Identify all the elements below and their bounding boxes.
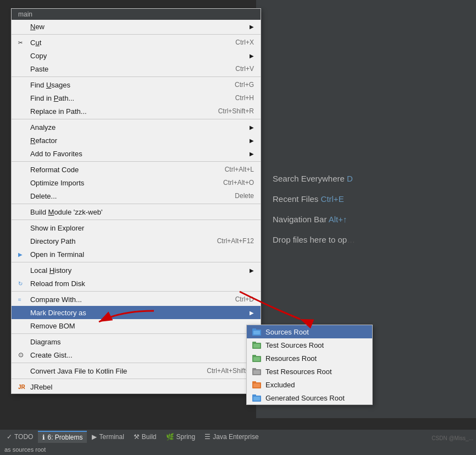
- sources-root-folder-icon: [252, 328, 262, 336]
- menu-item-replace-in-path[interactable]: Replace in Path... Ctrl+Shift+R: [12, 105, 261, 118]
- analyze-label: Analyze: [30, 123, 245, 131]
- find-in-path-label: Find in Path...: [30, 94, 224, 102]
- menu-item-new[interactable]: New ▶: [12, 20, 261, 33]
- diagrams-label: Diagrams: [30, 338, 245, 346]
- create-gist-icon: ⊙: [18, 351, 27, 359]
- submenu-excluded[interactable]: Excluded: [247, 378, 372, 391]
- tab-problems[interactable]: ℹ 6: Problems: [38, 431, 87, 443]
- new-label: New: [30, 23, 245, 31]
- menu-item-add-to-favorites[interactable]: Add to Favorites ▶: [12, 147, 261, 160]
- menu-item-compare-with[interactable]: ≈ Compare With... Ctrl+D: [12, 293, 261, 306]
- separator-1: [12, 34, 261, 35]
- directory-path-label: Directory Path: [30, 237, 206, 245]
- menu-item-diagrams[interactable]: Diagrams ▶: [12, 335, 261, 348]
- tab-todo[interactable]: ✓ TODO: [2, 431, 37, 443]
- menu-item-directory-path[interactable]: Directory Path Ctrl+Alt+F12: [12, 234, 261, 248]
- svg-rect-11: [253, 370, 260, 374]
- menu-item-delete[interactable]: Delete... Delete: [12, 189, 261, 202]
- analyze-arrow: ▶: [250, 124, 254, 130]
- create-gist-label: Create Gist...: [30, 351, 254, 359]
- menu-item-reformat-code[interactable]: Reformat Code Ctrl+Alt+L: [12, 163, 261, 176]
- bottom-tabs-row: ✓ TODO ℹ 6: Problems ▶ Terminal ⚒ Build …: [0, 430, 476, 444]
- replace-in-path-label: Replace in Path...: [30, 107, 207, 116]
- find-in-path-shortcut: Ctrl+H: [235, 94, 254, 102]
- remove-bom-label: Remove BOM: [30, 322, 254, 330]
- menu-item-build-module[interactable]: Build Module 'zzk-web': [12, 205, 261, 218]
- search-everywhere-shortcut: D: [347, 174, 353, 183]
- submenu-generated-sources-root[interactable]: Generated Sources Root: [247, 391, 372, 404]
- navigation-bar-shortcut: Alt+↑: [329, 215, 347, 224]
- add-favorites-label: Add to Favorites: [30, 150, 245, 158]
- tab-java-enterprise[interactable]: ☰ Java Enterprise: [200, 431, 263, 443]
- menu-item-copy[interactable]: Copy ▶: [12, 49, 261, 62]
- menu-item-show-explorer[interactable]: Show in Explorer: [12, 221, 261, 234]
- svg-rect-8: [253, 357, 260, 361]
- tab-terminal[interactable]: ▶ Terminal: [87, 431, 128, 443]
- status-text: as sources root: [4, 446, 46, 453]
- generated-sources-root-label: Generated Sources Root: [265, 394, 345, 402]
- generated-sources-root-folder-icon: [252, 394, 262, 402]
- build-label: Build: [142, 433, 157, 441]
- submenu-sources-root[interactable]: Sources Root: [247, 325, 372, 338]
- svg-rect-4: [252, 342, 256, 343]
- reformat-shortcut: Ctrl+Alt+L: [225, 166, 254, 173]
- menu-item-mark-directory[interactable]: Mark Directory as ▶: [12, 306, 261, 319]
- menu-item-reload[interactable]: ↻ Reload from Disk: [12, 277, 261, 290]
- recent-files-hint: Recent Files Ctrl+E: [273, 194, 460, 204]
- excluded-folder-icon: [252, 381, 262, 388]
- navigation-bar-hint: Navigation Bar Alt+↑: [273, 215, 460, 224]
- menu-item-analyze[interactable]: Analyze ▶: [12, 120, 261, 134]
- menu-item-create-gist[interactable]: ⊙ Create Gist...: [12, 348, 261, 361]
- menu-item-find-in-path[interactable]: Find in Path... Ctrl+H: [12, 91, 261, 105]
- separator-4: [12, 161, 261, 162]
- todo-label: TODO: [14, 433, 33, 441]
- convert-kotlin-label: Convert Java File to Kotlin File: [30, 367, 196, 375]
- java-enterprise-icon: ☰: [204, 433, 211, 441]
- submenu-test-resources-root[interactable]: Test Resources Root: [247, 365, 372, 378]
- separator-8: [12, 291, 261, 292]
- svg-rect-10: [252, 368, 256, 370]
- mark-directory-arrow: ▶: [250, 310, 254, 316]
- menu-item-paste[interactable]: Paste Ctrl+V: [12, 62, 261, 75]
- mark-directory-label: Mark Directory as: [30, 309, 245, 317]
- optimize-label: Optimize Imports: [30, 179, 212, 187]
- menu-item-find-usages[interactable]: Find Usages Ctrl+G: [12, 78, 261, 91]
- compare-icon: ≈: [18, 297, 27, 303]
- copy-label: Copy: [30, 52, 245, 60]
- separator-6: [12, 220, 261, 220]
- cut-shortcut: Ctrl+X: [235, 39, 254, 46]
- menu-item-optimize-imports[interactable]: Optimize Imports Ctrl+Alt+O: [12, 176, 261, 189]
- svg-rect-16: [252, 394, 256, 396]
- menu-item-refactor[interactable]: Refactor ▶: [12, 134, 261, 147]
- menu-item-local-history[interactable]: Local History ▶: [12, 264, 261, 277]
- terminal-icon: ▶: [92, 433, 97, 441]
- jrebel-label: JRebel: [30, 383, 245, 391]
- find-usages-shortcut: Ctrl+G: [235, 81, 254, 89]
- svg-rect-1: [252, 328, 256, 330]
- submenu-test-sources-root[interactable]: Test Sources Root: [247, 338, 372, 352]
- submenu-resources-root[interactable]: Resources Root: [247, 352, 372, 365]
- menu-item-jrebel[interactable]: JR JRebel ▶: [12, 380, 261, 393]
- copy-arrow: ▶: [250, 53, 254, 59]
- separator-11: [12, 379, 261, 379]
- recent-files-shortcut: Ctrl+E: [321, 194, 344, 204]
- build-module-label: Build Module 'zzk-web': [30, 208, 254, 216]
- reformat-label: Reformat Code: [30, 166, 214, 174]
- watermark-text: CSDN @Miss_...: [431, 435, 473, 441]
- svg-rect-13: [252, 381, 256, 383]
- menu-item-open-terminal[interactable]: ▶ Open in Terminal: [12, 248, 261, 261]
- menu-item-remove-bom[interactable]: Remove BOM: [12, 319, 261, 332]
- compare-label: Compare With...: [30, 295, 224, 304]
- refactor-label: Refactor: [30, 136, 245, 145]
- tab-spring[interactable]: 🌿 Spring: [162, 431, 200, 443]
- directory-path-shortcut: Ctrl+Alt+F12: [217, 237, 254, 245]
- spring-icon: 🌿: [166, 433, 174, 441]
- svg-rect-17: [253, 397, 260, 401]
- tab-build[interactable]: ⚒ Build: [129, 431, 161, 443]
- todo-icon: ✓: [7, 433, 12, 441]
- test-sources-root-label: Test Sources Root: [265, 341, 324, 349]
- resources-root-label: Resources Root: [265, 354, 317, 363]
- replace-in-path-shortcut: Ctrl+Shift+R: [218, 107, 254, 115]
- menu-item-convert-kotlin[interactable]: Convert Java File to Kotlin File Ctrl+Al…: [12, 364, 261, 377]
- menu-item-cut[interactable]: ✂ Cut Ctrl+X: [12, 36, 261, 49]
